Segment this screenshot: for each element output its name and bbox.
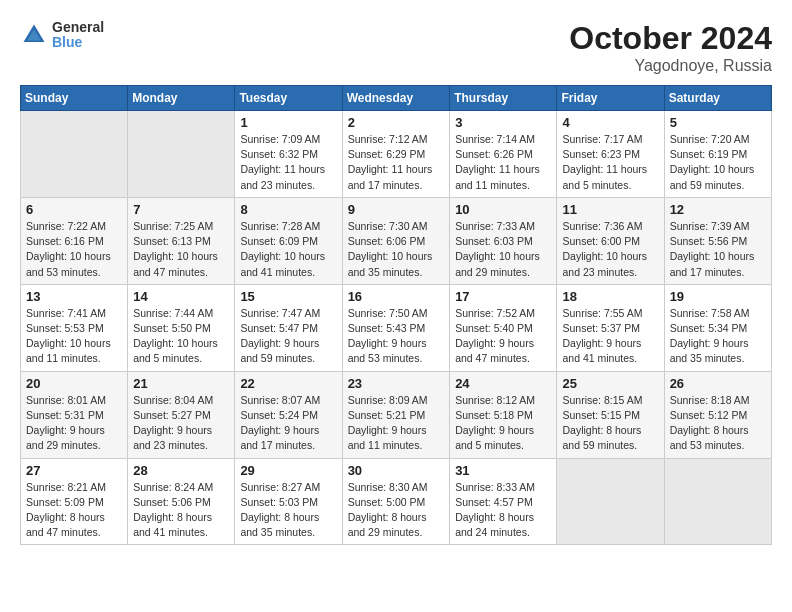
day-number: 19: [670, 289, 766, 304]
cell-info: Sunrise: 7:25 AMSunset: 6:13 PMDaylight:…: [133, 219, 229, 280]
cell-info: Sunrise: 7:33 AMSunset: 6:03 PMDaylight:…: [455, 219, 551, 280]
cell-info: Sunrise: 7:58 AMSunset: 5:34 PMDaylight:…: [670, 306, 766, 367]
day-header-thursday: Thursday: [450, 86, 557, 111]
cell-info: Sunrise: 7:47 AMSunset: 5:47 PMDaylight:…: [240, 306, 336, 367]
day-number: 5: [670, 115, 766, 130]
calendar-cell: 1Sunrise: 7:09 AMSunset: 6:32 PMDaylight…: [235, 111, 342, 198]
cell-info: Sunrise: 8:24 AMSunset: 5:06 PMDaylight:…: [133, 480, 229, 541]
logo-text: General Blue: [52, 20, 104, 51]
cell-info: Sunrise: 8:09 AMSunset: 5:21 PMDaylight:…: [348, 393, 445, 454]
day-number: 28: [133, 463, 229, 478]
week-row-3: 13Sunrise: 7:41 AMSunset: 5:53 PMDayligh…: [21, 284, 772, 371]
day-number: 9: [348, 202, 445, 217]
calendar-cell: [557, 458, 664, 545]
calendar-header: SundayMondayTuesdayWednesdayThursdayFrid…: [21, 86, 772, 111]
cell-info: Sunrise: 7:50 AMSunset: 5:43 PMDaylight:…: [348, 306, 445, 367]
week-row-2: 6Sunrise: 7:22 AMSunset: 6:16 PMDaylight…: [21, 197, 772, 284]
calendar-cell: 2Sunrise: 7:12 AMSunset: 6:29 PMDaylight…: [342, 111, 450, 198]
cell-info: Sunrise: 7:39 AMSunset: 5:56 PMDaylight:…: [670, 219, 766, 280]
day-number: 26: [670, 376, 766, 391]
logo: General Blue: [20, 20, 104, 51]
day-number: 25: [562, 376, 658, 391]
calendar-cell: 7Sunrise: 7:25 AMSunset: 6:13 PMDaylight…: [128, 197, 235, 284]
title-block: October 2024 Yagodnoye, Russia: [569, 20, 772, 75]
cell-info: Sunrise: 7:14 AMSunset: 6:26 PMDaylight:…: [455, 132, 551, 193]
cell-info: Sunrise: 7:22 AMSunset: 6:16 PMDaylight:…: [26, 219, 122, 280]
calendar-cell: 4Sunrise: 7:17 AMSunset: 6:23 PMDaylight…: [557, 111, 664, 198]
calendar-cell: 19Sunrise: 7:58 AMSunset: 5:34 PMDayligh…: [664, 284, 771, 371]
day-number: 27: [26, 463, 122, 478]
calendar-cell: 21Sunrise: 8:04 AMSunset: 5:27 PMDayligh…: [128, 371, 235, 458]
calendar-cell: 16Sunrise: 7:50 AMSunset: 5:43 PMDayligh…: [342, 284, 450, 371]
day-number: 2: [348, 115, 445, 130]
calendar-cell: [21, 111, 128, 198]
calendar-cell: 11Sunrise: 7:36 AMSunset: 6:00 PMDayligh…: [557, 197, 664, 284]
day-number: 3: [455, 115, 551, 130]
calendar-cell: 15Sunrise: 7:47 AMSunset: 5:47 PMDayligh…: [235, 284, 342, 371]
cell-info: Sunrise: 8:04 AMSunset: 5:27 PMDaylight:…: [133, 393, 229, 454]
day-number: 13: [26, 289, 122, 304]
day-number: 31: [455, 463, 551, 478]
day-number: 7: [133, 202, 229, 217]
day-number: 1: [240, 115, 336, 130]
cell-info: Sunrise: 7:20 AMSunset: 6:19 PMDaylight:…: [670, 132, 766, 193]
cell-info: Sunrise: 7:12 AMSunset: 6:29 PMDaylight:…: [348, 132, 445, 193]
day-header-friday: Friday: [557, 86, 664, 111]
day-number: 21: [133, 376, 229, 391]
calendar-cell: 12Sunrise: 7:39 AMSunset: 5:56 PMDayligh…: [664, 197, 771, 284]
calendar-cell: 25Sunrise: 8:15 AMSunset: 5:15 PMDayligh…: [557, 371, 664, 458]
cell-info: Sunrise: 7:09 AMSunset: 6:32 PMDaylight:…: [240, 132, 336, 193]
cell-info: Sunrise: 7:44 AMSunset: 5:50 PMDaylight:…: [133, 306, 229, 367]
cell-info: Sunrise: 8:33 AMSunset: 4:57 PMDaylight:…: [455, 480, 551, 541]
cell-info: Sunrise: 8:15 AMSunset: 5:15 PMDaylight:…: [562, 393, 658, 454]
calendar-cell: 18Sunrise: 7:55 AMSunset: 5:37 PMDayligh…: [557, 284, 664, 371]
cell-info: Sunrise: 8:01 AMSunset: 5:31 PMDaylight:…: [26, 393, 122, 454]
calendar-cell: 14Sunrise: 7:44 AMSunset: 5:50 PMDayligh…: [128, 284, 235, 371]
day-number: 29: [240, 463, 336, 478]
day-number: 15: [240, 289, 336, 304]
cell-info: Sunrise: 7:41 AMSunset: 5:53 PMDaylight:…: [26, 306, 122, 367]
calendar-cell: 5Sunrise: 7:20 AMSunset: 6:19 PMDaylight…: [664, 111, 771, 198]
week-row-5: 27Sunrise: 8:21 AMSunset: 5:09 PMDayligh…: [21, 458, 772, 545]
calendar-cell: 6Sunrise: 7:22 AMSunset: 6:16 PMDaylight…: [21, 197, 128, 284]
day-number: 14: [133, 289, 229, 304]
day-header-tuesday: Tuesday: [235, 86, 342, 111]
calendar-cell: 31Sunrise: 8:33 AMSunset: 4:57 PMDayligh…: [450, 458, 557, 545]
logo-icon: [20, 21, 48, 49]
day-number: 30: [348, 463, 445, 478]
page-title: October 2024: [569, 20, 772, 57]
day-number: 24: [455, 376, 551, 391]
day-header-wednesday: Wednesday: [342, 86, 450, 111]
day-number: 4: [562, 115, 658, 130]
day-header-monday: Monday: [128, 86, 235, 111]
cell-info: Sunrise: 8:18 AMSunset: 5:12 PMDaylight:…: [670, 393, 766, 454]
cell-info: Sunrise: 7:55 AMSunset: 5:37 PMDaylight:…: [562, 306, 658, 367]
day-number: 22: [240, 376, 336, 391]
cell-info: Sunrise: 8:07 AMSunset: 5:24 PMDaylight:…: [240, 393, 336, 454]
calendar-cell: 22Sunrise: 8:07 AMSunset: 5:24 PMDayligh…: [235, 371, 342, 458]
days-of-week-row: SundayMondayTuesdayWednesdayThursdayFrid…: [21, 86, 772, 111]
day-header-saturday: Saturday: [664, 86, 771, 111]
cell-info: Sunrise: 7:30 AMSunset: 6:06 PMDaylight:…: [348, 219, 445, 280]
calendar-cell: 28Sunrise: 8:24 AMSunset: 5:06 PMDayligh…: [128, 458, 235, 545]
calendar-cell: 24Sunrise: 8:12 AMSunset: 5:18 PMDayligh…: [450, 371, 557, 458]
day-number: 16: [348, 289, 445, 304]
day-number: 8: [240, 202, 336, 217]
calendar-table: SundayMondayTuesdayWednesdayThursdayFrid…: [20, 85, 772, 545]
day-number: 23: [348, 376, 445, 391]
calendar-body: 1Sunrise: 7:09 AMSunset: 6:32 PMDaylight…: [21, 111, 772, 545]
cell-info: Sunrise: 7:52 AMSunset: 5:40 PMDaylight:…: [455, 306, 551, 367]
calendar-cell: 8Sunrise: 7:28 AMSunset: 6:09 PMDaylight…: [235, 197, 342, 284]
calendar-cell: 10Sunrise: 7:33 AMSunset: 6:03 PMDayligh…: [450, 197, 557, 284]
cell-info: Sunrise: 8:12 AMSunset: 5:18 PMDaylight:…: [455, 393, 551, 454]
cell-info: Sunrise: 7:36 AMSunset: 6:00 PMDaylight:…: [562, 219, 658, 280]
calendar-cell: 3Sunrise: 7:14 AMSunset: 6:26 PMDaylight…: [450, 111, 557, 198]
cell-info: Sunrise: 8:21 AMSunset: 5:09 PMDaylight:…: [26, 480, 122, 541]
calendar-cell: 29Sunrise: 8:27 AMSunset: 5:03 PMDayligh…: [235, 458, 342, 545]
calendar-cell: [664, 458, 771, 545]
cell-info: Sunrise: 8:27 AMSunset: 5:03 PMDaylight:…: [240, 480, 336, 541]
day-number: 12: [670, 202, 766, 217]
calendar-cell: 30Sunrise: 8:30 AMSunset: 5:00 PMDayligh…: [342, 458, 450, 545]
day-number: 17: [455, 289, 551, 304]
page-subtitle: Yagodnoye, Russia: [569, 57, 772, 75]
